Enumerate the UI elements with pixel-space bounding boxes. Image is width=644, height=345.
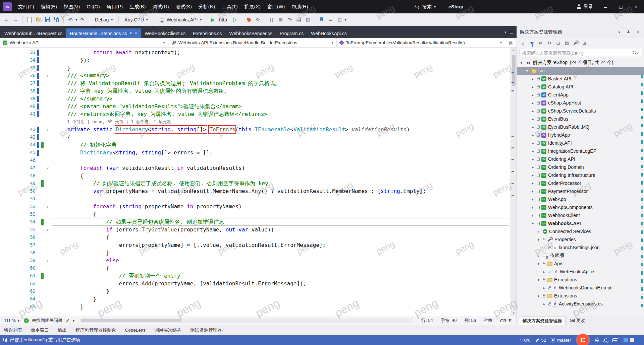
tool-window-tab-Git-更改[interactable]: Git 更改 <box>566 316 588 325</box>
code-line-38[interactable]: 38 /// 字典 key 为属性名, value 为该属性的所有错误信息数组。 <box>0 87 511 95</box>
code-cleanup-icon[interactable] <box>65 319 70 323</box>
expander-icon[interactable]: ▸ <box>530 85 535 89</box>
whitespace-indicator[interactable]: 空格 <box>481 318 495 324</box>
new-file-button[interactable] <box>25 16 34 24</box>
tree-item-Properties[interactable]: ▾Properties <box>517 235 644 244</box>
fold-chevron-icon[interactable]: ∨ <box>44 126 52 133</box>
undo-button[interactable]: ↶ <box>66 16 74 24</box>
menu-item-6[interactable]: 调试(D) <box>149 0 172 13</box>
home-icon[interactable]: ⌂ <box>520 40 527 47</box>
window-layout-button[interactable]: ⊟ <box>336 16 344 24</box>
tree-item-Basket.API[interactable]: ▸Basket.API <box>517 75 644 83</box>
maximize-button[interactable]: □ <box>613 0 629 13</box>
restart-button[interactable]: ↻ <box>254 16 262 24</box>
save-button[interactable] <box>44 16 52 24</box>
tree-item-PaymentProcessor[interactable]: ▸PaymentProcessor <box>517 187 644 195</box>
expander-icon[interactable]: ▸ <box>530 133 535 137</box>
tree-item-Ordering.API[interactable]: ▸Ordering.API <box>517 155 644 163</box>
document-health-icon[interactable] <box>24 318 29 323</box>
save-all-button[interactable] <box>53 16 61 24</box>
panel-tab-程序包管理器控制台[interactable]: 程序包管理器控制台 <box>75 327 116 333</box>
menu-item-1[interactable]: 编辑(E) <box>38 0 60 13</box>
code-line-56[interactable]: 56 { <box>0 233 511 241</box>
tree-item-eShop.ServiceDefaults[interactable]: ▸eShop.ServiceDefaults <box>517 107 644 115</box>
expander-icon[interactable]: ▾ <box>536 262 541 266</box>
sign-in-button[interactable]: 登录 <box>572 0 598 13</box>
chevron-down-icon[interactable]: ▾ <box>73 319 74 323</box>
expander-icon[interactable]: ▾ <box>536 278 541 282</box>
fold-chevron-icon[interactable]: ∨ <box>44 164 52 172</box>
code-line-53[interactable]: 53 { <box>0 210 511 218</box>
menu-item-11[interactable]: 窗口(W) <box>264 0 288 13</box>
menu-item-7[interactable]: 测试(S) <box>172 0 195 13</box>
codelens-row[interactable]: 1 个引用 | peng, 69 天前 | 1 名作者, 1 项更改 <box>0 118 511 126</box>
panel-tab-测试资源管理器[interactable]: 测试资源管理器 <box>190 327 222 333</box>
code-line-51[interactable]: 51 <box>0 195 511 203</box>
code-line-45[interactable]: 45 Dictionary<string, string[]> errors =… <box>0 149 511 156</box>
open-file-button[interactable] <box>35 16 43 24</box>
global-search-button[interactable]: 搜索 ▾ <box>411 4 440 10</box>
bookmark-button[interactable] <box>318 16 326 24</box>
code-line-64[interactable]: 64 } <box>0 295 511 303</box>
code-line-61[interactable]: 61 // 否则新增一个 entry <box>0 272 511 280</box>
expander-icon[interactable]: ▸ <box>542 270 547 274</box>
code-line-39[interactable]: 39 /// </summary> <box>0 95 511 102</box>
tree-item-WebHooksApi.cs[interactable]: ▸✓WebHooksApi.cs <box>517 268 644 276</box>
horizontal-scrollbar[interactable] <box>80 319 413 323</box>
close-icon[interactable]: × <box>135 31 138 36</box>
tree-item-IntegrationEventLogEF[interactable]: ▸IntegrationEventLogEF <box>517 147 644 155</box>
pending-changes-filter-icon[interactable] <box>528 40 536 47</box>
panel-tab-调用层次结构[interactable]: 调用层次结构 <box>154 327 181 333</box>
code-line-62[interactable]: 62 errors.Add(propertyName, [validationR… <box>0 280 511 287</box>
code-line-52[interactable]: 52∨ foreach (string propertyName in prop… <box>0 203 511 210</box>
git-branch-picker[interactable]: master <box>551 338 571 343</box>
fold-chevron-icon[interactable]: ∨ <box>44 226 52 233</box>
code-line-57[interactable]: 57 errors[propertyName] = [..value, vali… <box>0 241 511 249</box>
code-line-55[interactable]: 55∨ if (errors.TryGetValue(propertyName,… <box>0 226 511 233</box>
expander-icon[interactable]: ▸ <box>542 286 547 290</box>
breadcrumb-type-dropdown[interactable]: Webhooks.API.Extensions.RouteHandlerBuil… <box>168 38 337 47</box>
properties-wrench-icon[interactable] <box>572 40 579 47</box>
keyboard-icon[interactable] <box>612 338 618 342</box>
show-all-files-icon[interactable]: ▤ <box>563 40 571 47</box>
navigate-back-button[interactable]: ← <box>3 16 11 24</box>
code-line-42[interactable]: 42∨ private static Dictionary<string, st… <box>0 126 511 133</box>
float-window-icon[interactable] <box>510 31 513 34</box>
navigate-forward-button[interactable]: → <box>12 16 20 24</box>
microphone-icon[interactable] <box>604 338 607 342</box>
tree-item-HybridApp[interactable]: ▸HybridApp <box>517 131 644 139</box>
code-line-60[interactable]: 60 { <box>0 264 511 272</box>
panel-tab-命令窗口[interactable]: 命令窗口 <box>31 327 49 333</box>
tab-WebHooksClient.cs[interactable]: WebHooksClient.cs <box>141 28 189 38</box>
document-list-chevron-icon[interactable]: ▾ <box>504 30 506 34</box>
menu-item-9[interactable]: 工具(T) <box>218 0 241 13</box>
toolbar-overflow-icon[interactable]: ▾ <box>345 18 346 21</box>
menu-item-10[interactable]: 扩展(X) <box>241 0 264 13</box>
expander-icon[interactable]: ▸ <box>530 182 535 185</box>
tab-WebhookSub...nRequest.cs[interactable]: WebhookSub...nRequest.cs <box>1 28 66 38</box>
tab-RouteHandle...xtensions.cs[interactable]: RouteHandle...xtensions.cs× <box>66 28 141 38</box>
tree-item-依赖项[interactable]: ▸依赖项 <box>517 252 644 260</box>
expander-icon[interactable]: ▾ <box>536 238 541 242</box>
horizontal-scrollbar-thumb[interactable] <box>81 319 181 322</box>
tree-item-launchSettings.json[interactable]: launchSettings.json <box>517 244 644 252</box>
expander-icon[interactable]: ▾ <box>530 222 535 225</box>
breadcrumb-member-dropdown[interactable]: ToErrors(IEnumerable<ValidationResult> v… <box>337 38 505 47</box>
find-in-files-button[interactable]: ⊞ <box>304 16 312 24</box>
scroll-up-icon[interactable]: ▲ <box>511 48 517 53</box>
panel-tab-CodeLens[interactable]: CodeLens <box>125 328 146 333</box>
tray-icon-1[interactable] <box>624 338 628 342</box>
tool-window-tab-解决方案资源管理器[interactable]: 解决方案资源管理器 <box>519 316 566 325</box>
tree-item-WebhooksDomainExcepti[interactable]: ▸WebhooksDomainExcepti <box>517 284 644 292</box>
expander-icon[interactable]: ▸ <box>530 165 535 169</box>
expander-icon[interactable]: ▸ <box>530 93 535 97</box>
menu-item-2[interactable]: 视图(V) <box>60 0 83 13</box>
expander-icon[interactable]: ▸ <box>530 101 535 105</box>
tray-icon-3[interactable] <box>636 338 641 342</box>
task-list-button[interactable]: ≡ <box>327 16 335 24</box>
panel-tab-错误列表[interactable]: 错误列表 <box>4 327 22 333</box>
panel-tab-输出[interactable]: 输出 <box>58 327 67 333</box>
code-line-59[interactable]: 59∨ else <box>0 257 511 264</box>
solution-configurations-button[interactable]: ▤ <box>295 16 303 24</box>
code-line-40[interactable]: 40 /// <param name="validationResults">验… <box>0 102 511 110</box>
